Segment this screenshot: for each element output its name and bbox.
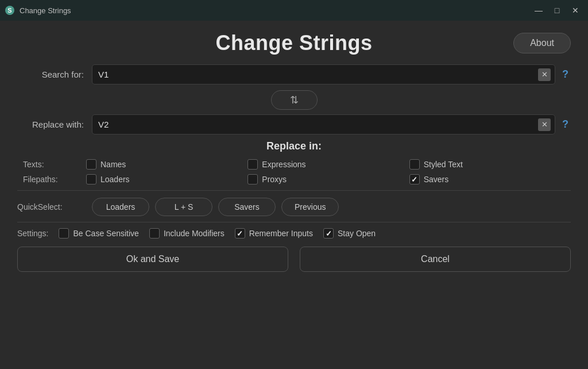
titlebar-controls: — □ ✕	[531, 4, 583, 17]
filepaths-checkboxes: Loaders Proxys Savers	[86, 174, 571, 184]
close-button[interactable]: ✕	[567, 4, 583, 17]
names-checkbox[interactable]	[86, 159, 96, 170]
svg-text:S: S	[7, 7, 11, 14]
proxys-item: Proxys	[247, 174, 409, 184]
remember-inputs-item: Remember Inputs	[235, 228, 313, 239]
include-modifiers-item: Include Modifiers	[149, 228, 225, 239]
case-sensitive-checkbox[interactable]	[59, 228, 69, 239]
app-header: Change Strings About	[17, 21, 571, 64]
search-input-wrap: ✕	[92, 64, 555, 84]
remember-inputs-label: Remember Inputs	[249, 229, 313, 238]
replace-input[interactable]	[92, 114, 555, 134]
stay-open-label: Stay Open	[338, 229, 376, 238]
app-title: Change Strings	[215, 31, 372, 55]
filepaths-label: Filepaths:	[23, 175, 86, 184]
quickselect-label: QuickSelect:	[17, 202, 92, 212]
filepaths-row: Filepaths: Loaders Proxys Savers	[23, 174, 571, 184]
swap-button[interactable]: ⇅	[271, 90, 318, 110]
qs-lpluss-button[interactable]: L + S	[155, 198, 212, 216]
bottom-buttons: Ok and Save Cancel	[17, 247, 571, 272]
ok-save-button[interactable]: Ok and Save	[17, 247, 288, 272]
savers-item: Savers	[409, 174, 571, 184]
qs-savers-button[interactable]: Savers	[218, 198, 276, 216]
search-side-button[interactable]: ?	[560, 66, 571, 83]
include-modifiers-checkbox[interactable]	[149, 228, 160, 239]
texts-row: Texts: Names Expressions Styled Text	[23, 159, 571, 170]
swap-row: ⇅	[17, 90, 571, 110]
main-content: Change Strings About Search for: ✕ ? ⇅ R…	[0, 21, 588, 283]
replace-in-title: Replace in:	[17, 140, 571, 152]
checkboxes-section: Texts: Names Expressions Styled Text Fil…	[17, 159, 571, 184]
divider-1	[17, 190, 571, 191]
titlebar: S Change Strings — □ ✕	[0, 0, 588, 21]
titlebar-left: S Change Strings	[5, 5, 71, 16]
loaders-checkbox[interactable]	[86, 174, 96, 184]
stay-open-item: Stay Open	[323, 228, 376, 239]
savers-label: Savers	[424, 175, 449, 184]
settings-row: Settings: Be Case Sensitive Include Modi…	[17, 228, 571, 239]
stay-open-checkbox[interactable]	[323, 228, 334, 239]
settings-label: Settings:	[17, 229, 48, 238]
proxys-label: Proxys	[262, 175, 287, 184]
names-label: Names	[100, 160, 126, 169]
titlebar-title: Change Strings	[20, 6, 71, 15]
replace-label: Replace with:	[17, 120, 92, 129]
maximize-button[interactable]: □	[549, 4, 565, 17]
loaders-item: Loaders	[86, 174, 247, 184]
replace-clear-button[interactable]: ✕	[538, 118, 551, 131]
app-icon: S	[5, 5, 15, 16]
qs-previous-button[interactable]: Previous	[281, 198, 339, 216]
expressions-label: Expressions	[262, 160, 305, 169]
replace-row: Replace with: ✕ ?	[17, 114, 571, 134]
search-clear-button[interactable]: ✕	[538, 68, 551, 81]
styled-text-item: Styled Text	[409, 159, 571, 170]
swap-icon: ⇅	[290, 94, 299, 106]
search-label: Search for:	[17, 70, 92, 79]
replace-side-button[interactable]: ?	[560, 116, 571, 133]
divider-2	[17, 222, 571, 222]
loaders-label: Loaders	[100, 175, 130, 184]
search-input[interactable]	[92, 64, 555, 84]
savers-checkbox[interactable]	[409, 174, 420, 184]
remember-inputs-checkbox[interactable]	[235, 228, 245, 239]
styled-text-checkbox[interactable]	[409, 159, 420, 170]
about-button[interactable]: About	[513, 33, 571, 53]
texts-label: Texts:	[23, 160, 86, 169]
names-item: Names	[86, 159, 247, 170]
expressions-item: Expressions	[247, 159, 409, 170]
expressions-checkbox[interactable]	[247, 159, 258, 170]
replace-input-wrap: ✕	[92, 114, 555, 134]
quickselect-row: QuickSelect: Loaders L + S Savers Previo…	[17, 198, 571, 216]
minimize-button[interactable]: —	[531, 4, 547, 17]
proxys-checkbox[interactable]	[247, 174, 258, 184]
case-sensitive-item: Be Case Sensitive	[59, 228, 138, 239]
styled-text-label: Styled Text	[424, 160, 463, 169]
quickselect-buttons: Loaders L + S Savers Previous	[92, 198, 339, 216]
case-sensitive-label: Be Case Sensitive	[73, 229, 138, 238]
include-modifiers-label: Include Modifiers	[164, 229, 225, 238]
qs-loaders-button[interactable]: Loaders	[92, 198, 149, 216]
cancel-button[interactable]: Cancel	[300, 247, 571, 272]
search-row: Search for: ✕ ?	[17, 64, 571, 84]
texts-checkboxes: Names Expressions Styled Text	[86, 159, 571, 170]
